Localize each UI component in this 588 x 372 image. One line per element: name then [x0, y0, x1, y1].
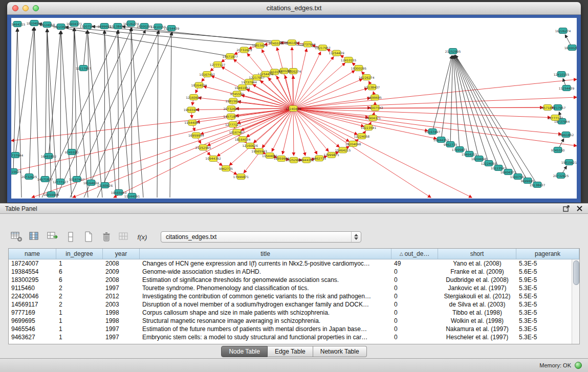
scrollbar-thumb[interactable]	[573, 260, 579, 285]
float-panel-icon[interactable]	[562, 205, 570, 212]
graph-edge[interactable]	[157, 31, 158, 198]
graph-edge[interactable]	[293, 89, 367, 108]
graph-edge[interactable]	[170, 32, 171, 198]
tab-node-table[interactable]: Node Table	[221, 346, 268, 357]
graph-edge[interactable]	[13, 29, 17, 171]
graph-edge[interactable]	[15, 28, 34, 155]
graph-edge[interactable]	[293, 108, 294, 156]
row-mode-button[interactable]	[64, 231, 77, 243]
minimize-button[interactable]	[23, 5, 29, 11]
table-row[interactable]: 1872400712008Changes of HCN gene express…	[9, 259, 572, 268]
cell-name: 9699695	[9, 317, 56, 325]
graph-edge[interactable]	[66, 27, 259, 46]
graph-node-label: 20732625	[553, 174, 569, 178]
table-row[interactable]: 946362711997Embryonic stem cells: a mode…	[9, 333, 572, 341]
graph-edge[interactable]	[29, 28, 34, 177]
table-row[interactable]: 969969511998Structural magnetic resonanc…	[9, 317, 572, 325]
cell-out_degree: 0	[391, 276, 438, 284]
graph-edge[interactable]	[11, 108, 293, 141]
graph-edge[interactable]	[11, 108, 293, 171]
cell-out_degree: 0	[391, 309, 438, 317]
table-row[interactable]: 911546021997Tourette syndrome. Phenomeno…	[9, 284, 572, 292]
graph-edge[interactable]	[56, 28, 132, 198]
sort-ascending-icon: △	[400, 251, 403, 256]
graph-edge[interactable]	[104, 30, 116, 198]
table-source-dropdown[interactable]: citations_edges.txt	[161, 231, 361, 243]
graph-edge[interactable]	[49, 31, 60, 156]
window-titlebar[interactable]: citations_edges.txt	[7, 2, 581, 15]
node-table: namein_degreeyeartitle△out_de…shortpager…	[8, 248, 580, 344]
graph-edge[interactable]	[277, 48, 293, 108]
graph-edge[interactable]	[293, 79, 362, 108]
cell-in_degree: 1	[56, 325, 103, 333]
close-panel-icon[interactable]	[576, 205, 583, 212]
close-button[interactable]	[12, 5, 18, 11]
column-header-out_degree[interactable]: △out_de…	[391, 249, 438, 259]
graph-edge[interactable]	[201, 108, 293, 134]
graph-edge[interactable]	[293, 108, 472, 198]
graph-edge[interactable]	[97, 32, 172, 198]
apply-to-table-icon	[47, 231, 58, 243]
graph-edge[interactable]	[293, 57, 334, 108]
graph-edge[interactable]	[34, 27, 39, 198]
column-header-year[interactable]: year	[103, 249, 140, 259]
graph-node-label: 10223541	[491, 166, 507, 170]
graph-edge[interactable]	[198, 98, 293, 108]
graph-node-label: 10223541	[361, 126, 377, 129]
table-row[interactable]: 1830029562008Estimation of significance …	[9, 276, 572, 284]
table-row[interactable]: 1456911722003Disruption of a novel membe…	[9, 300, 572, 309]
delete-table-button[interactable]	[100, 231, 113, 243]
graph-edge[interactable]	[293, 108, 431, 198]
graph-edge[interactable]	[131, 28, 132, 196]
merge-tables-button[interactable]	[118, 231, 131, 243]
graph-edge[interactable]	[453, 56, 469, 154]
tab-edge-table[interactable]: Edge Table	[268, 346, 313, 357]
cell-in_degree: 2	[56, 300, 103, 309]
graph-edge[interactable]	[293, 49, 307, 108]
table-row[interactable]: 2242004622012Investigating the contribut…	[9, 292, 572, 300]
new-file-button[interactable]	[82, 231, 95, 243]
select-columns-button[interactable]	[28, 231, 41, 243]
graph-edge[interactable]	[60, 31, 61, 182]
network-canvas[interactable]: 1724040916226274183002951241015511254439…	[11, 18, 577, 199]
graph-edge[interactable]	[104, 31, 105, 185]
graph-edge[interactable]	[453, 56, 460, 149]
cell-name: 9777169	[9, 309, 56, 317]
graph-edge[interactable]	[42, 30, 119, 198]
table-settings-button[interactable]	[10, 231, 24, 243]
column-header-name[interactable]: name	[9, 249, 56, 259]
table-row[interactable]: 946554611997Estimation of the future num…	[9, 325, 572, 333]
graph-edge[interactable]	[131, 28, 143, 198]
graph-edge[interactable]	[61, 31, 72, 198]
cell-year: 2008	[103, 276, 140, 284]
cell-year: 2003	[103, 300, 140, 309]
graph-edge[interactable]	[92, 27, 292, 43]
cell-out_degree: 0	[391, 333, 438, 341]
graph-edge[interactable]	[84, 31, 159, 198]
graph-edge[interactable]	[47, 29, 51, 194]
graph-edge[interactable]	[47, 29, 57, 198]
cell-title: Genome-wide association studies in ADHD.	[140, 268, 391, 276]
graph-node-label: 12217957	[315, 46, 331, 50]
graph-edge[interactable]	[262, 50, 293, 108]
graph-edge[interactable]	[293, 79, 577, 108]
apply-to-table-button[interactable]	[46, 231, 59, 243]
cell-out_degree: 0	[391, 300, 438, 309]
function-builder-button[interactable]: f(x)	[136, 231, 149, 243]
tab-network-table[interactable]: Network Table	[313, 346, 367, 357]
graph-edge[interactable]	[83, 31, 87, 68]
zoom-button[interactable]	[33, 5, 39, 11]
table-row[interactable]: 1938455462009Genome-wide association stu…	[9, 268, 572, 276]
column-header-short[interactable]: short	[438, 249, 516, 259]
column-header-pagerank[interactable]: pagerank	[516, 249, 579, 259]
graph-edge[interactable]	[432, 56, 452, 132]
table-row[interactable]: 977716911998Corpus callosum shape and si…	[9, 309, 572, 317]
column-header-title[interactable]: title	[140, 249, 391, 259]
graph-node-label: 16461852	[234, 86, 250, 90]
graph-node-label: 11007543	[80, 25, 96, 28]
cell-short: de Silva et al. (2003)	[438, 300, 516, 309]
graph-edge[interactable]	[454, 56, 479, 159]
column-header-in_degree[interactable]: in_degree	[56, 249, 103, 259]
graph-edge[interactable]	[197, 108, 293, 122]
vertical-scrollbar[interactable]	[572, 259, 579, 344]
